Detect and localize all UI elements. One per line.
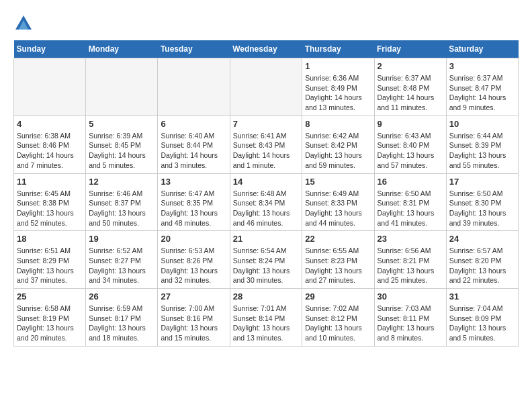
column-header-thursday: Thursday xyxy=(302,40,374,58)
day-number: 16 xyxy=(378,177,443,187)
day-cell: 11Sunrise: 6:45 AM Sunset: 8:38 PM Dayli… xyxy=(14,173,86,231)
week-row-3: 11Sunrise: 6:45 AM Sunset: 8:38 PM Dayli… xyxy=(14,173,519,231)
day-cell: 22Sunrise: 6:55 AM Sunset: 8:23 PM Dayli… xyxy=(302,231,374,289)
week-row-4: 18Sunrise: 6:51 AM Sunset: 8:29 PM Dayli… xyxy=(14,231,519,289)
day-cell: 26Sunrise: 6:59 AM Sunset: 8:17 PM Dayli… xyxy=(86,289,158,347)
day-cell: 3Sunrise: 6:37 AM Sunset: 8:47 PM Daylig… xyxy=(446,58,518,116)
day-number: 5 xyxy=(89,119,154,129)
day-info: Sunrise: 6:54 AM Sunset: 8:24 PM Dayligh… xyxy=(233,246,300,285)
day-number: 7 xyxy=(233,119,300,129)
day-number: 23 xyxy=(378,234,443,244)
day-cell: 7Sunrise: 6:41 AM Sunset: 8:43 PM Daylig… xyxy=(230,116,302,173)
day-info: Sunrise: 6:39 AM Sunset: 8:45 PM Dayligh… xyxy=(89,131,154,171)
day-number: 11 xyxy=(17,177,83,187)
day-info: Sunrise: 6:56 AM Sunset: 8:21 PM Dayligh… xyxy=(378,246,443,285)
day-number: 4 xyxy=(17,119,83,129)
day-cell: 25Sunrise: 6:58 AM Sunset: 8:19 PM Dayli… xyxy=(14,289,86,347)
day-info: Sunrise: 6:50 AM Sunset: 8:31 PM Dayligh… xyxy=(378,189,443,228)
day-cell: 4Sunrise: 6:38 AM Sunset: 8:46 PM Daylig… xyxy=(14,116,86,173)
day-cell: 12Sunrise: 6:46 AM Sunset: 8:37 PM Dayli… xyxy=(86,173,158,231)
day-number: 2 xyxy=(378,61,443,71)
day-number: 6 xyxy=(161,119,226,129)
day-number: 1 xyxy=(305,61,371,71)
day-cell: 29Sunrise: 7:02 AM Sunset: 8:12 PM Dayli… xyxy=(302,289,374,347)
day-info: Sunrise: 6:58 AM Sunset: 8:19 PM Dayligh… xyxy=(17,304,83,343)
day-cell: 23Sunrise: 6:56 AM Sunset: 8:21 PM Dayli… xyxy=(374,231,446,289)
day-cell: 17Sunrise: 6:50 AM Sunset: 8:30 PM Dayli… xyxy=(446,173,518,231)
day-cell: 15Sunrise: 6:49 AM Sunset: 8:33 PM Dayli… xyxy=(302,173,374,231)
day-cell: 31Sunrise: 7:04 AM Sunset: 8:09 PM Dayli… xyxy=(446,289,518,347)
day-number: 14 xyxy=(233,177,300,187)
day-cell: 13Sunrise: 6:47 AM Sunset: 8:35 PM Dayli… xyxy=(158,173,230,231)
day-cell: 21Sunrise: 6:54 AM Sunset: 8:24 PM Dayli… xyxy=(230,231,302,289)
day-info: Sunrise: 6:46 AM Sunset: 8:37 PM Dayligh… xyxy=(89,189,154,228)
day-number: 10 xyxy=(449,119,515,129)
day-number: 25 xyxy=(17,291,83,302)
day-number: 26 xyxy=(89,291,154,302)
day-cell: 16Sunrise: 6:50 AM Sunset: 8:31 PM Dayli… xyxy=(374,173,446,231)
day-number: 21 xyxy=(233,234,300,244)
day-info: Sunrise: 6:48 AM Sunset: 8:34 PM Dayligh… xyxy=(233,189,300,228)
day-info: Sunrise: 6:50 AM Sunset: 8:30 PM Dayligh… xyxy=(449,189,515,228)
day-info: Sunrise: 6:53 AM Sunset: 8:26 PM Dayligh… xyxy=(161,246,226,285)
day-cell: 6Sunrise: 6:40 AM Sunset: 8:44 PM Daylig… xyxy=(158,116,230,173)
day-cell xyxy=(86,58,158,116)
day-cell: 30Sunrise: 7:03 AM Sunset: 8:11 PM Dayli… xyxy=(374,289,446,347)
day-number: 13 xyxy=(161,177,226,187)
day-info: Sunrise: 6:36 AM Sunset: 8:49 PM Dayligh… xyxy=(305,73,371,113)
column-header-tuesday: Tuesday xyxy=(158,40,230,58)
day-info: Sunrise: 6:41 AM Sunset: 8:43 PM Dayligh… xyxy=(233,131,300,171)
day-info: Sunrise: 6:47 AM Sunset: 8:35 PM Dayligh… xyxy=(161,189,226,228)
day-info: Sunrise: 6:51 AM Sunset: 8:29 PM Dayligh… xyxy=(17,246,83,285)
day-number: 9 xyxy=(378,119,443,129)
day-number: 20 xyxy=(161,234,226,244)
day-info: Sunrise: 6:37 AM Sunset: 8:48 PM Dayligh… xyxy=(378,73,443,113)
day-info: Sunrise: 7:02 AM Sunset: 8:12 PM Dayligh… xyxy=(305,304,371,343)
day-cell: 8Sunrise: 6:42 AM Sunset: 8:42 PM Daylig… xyxy=(302,116,374,173)
day-info: Sunrise: 6:40 AM Sunset: 8:44 PM Dayligh… xyxy=(161,131,226,171)
week-row-1: 1Sunrise: 6:36 AM Sunset: 8:49 PM Daylig… xyxy=(14,58,519,116)
day-number: 17 xyxy=(449,177,515,187)
day-info: Sunrise: 7:01 AM Sunset: 8:14 PM Dayligh… xyxy=(233,304,300,343)
day-info: Sunrise: 6:38 AM Sunset: 8:46 PM Dayligh… xyxy=(17,131,83,171)
day-info: Sunrise: 7:04 AM Sunset: 8:09 PM Dayligh… xyxy=(449,304,515,343)
logo-icon xyxy=(13,13,34,34)
header xyxy=(13,13,519,34)
column-header-saturday: Saturday xyxy=(446,40,518,58)
day-number: 28 xyxy=(233,291,300,302)
day-cell xyxy=(230,58,302,116)
day-cell: 10Sunrise: 6:44 AM Sunset: 8:39 PM Dayli… xyxy=(446,116,518,173)
day-number: 24 xyxy=(449,234,515,244)
week-row-5: 25Sunrise: 6:58 AM Sunset: 8:19 PM Dayli… xyxy=(14,289,519,347)
logo xyxy=(13,13,36,34)
day-cell: 27Sunrise: 7:00 AM Sunset: 8:16 PM Dayli… xyxy=(158,289,230,347)
header-row: SundayMondayTuesdayWednesdayThursdayFrid… xyxy=(14,40,519,58)
day-cell: 28Sunrise: 7:01 AM Sunset: 8:14 PM Dayli… xyxy=(230,289,302,347)
day-info: Sunrise: 6:45 AM Sunset: 8:38 PM Dayligh… xyxy=(17,189,83,228)
day-number: 8 xyxy=(305,119,371,129)
day-cell: 9Sunrise: 6:43 AM Sunset: 8:40 PM Daylig… xyxy=(374,116,446,173)
column-header-wednesday: Wednesday xyxy=(230,40,302,58)
day-cell: 1Sunrise: 6:36 AM Sunset: 8:49 PM Daylig… xyxy=(302,58,374,116)
column-header-monday: Monday xyxy=(86,40,158,58)
day-number: 22 xyxy=(305,234,371,244)
column-header-friday: Friday xyxy=(374,40,446,58)
day-cell xyxy=(158,58,230,116)
column-header-sunday: Sunday xyxy=(14,40,86,58)
day-cell xyxy=(14,58,86,116)
day-cell: 24Sunrise: 6:57 AM Sunset: 8:20 PM Dayli… xyxy=(446,231,518,289)
day-info: Sunrise: 7:00 AM Sunset: 8:16 PM Dayligh… xyxy=(161,304,226,343)
day-info: Sunrise: 7:03 AM Sunset: 8:11 PM Dayligh… xyxy=(378,304,443,343)
day-number: 19 xyxy=(89,234,154,244)
day-cell: 19Sunrise: 6:52 AM Sunset: 8:27 PM Dayli… xyxy=(86,231,158,289)
day-info: Sunrise: 6:44 AM Sunset: 8:39 PM Dayligh… xyxy=(449,131,515,171)
day-number: 15 xyxy=(305,177,371,187)
day-number: 27 xyxy=(161,291,226,302)
day-number: 18 xyxy=(17,234,83,244)
day-number: 3 xyxy=(449,61,515,71)
day-number: 12 xyxy=(89,177,154,187)
day-info: Sunrise: 6:59 AM Sunset: 8:17 PM Dayligh… xyxy=(89,304,154,343)
day-info: Sunrise: 6:42 AM Sunset: 8:42 PM Dayligh… xyxy=(305,131,371,171)
day-cell: 14Sunrise: 6:48 AM Sunset: 8:34 PM Dayli… xyxy=(230,173,302,231)
day-info: Sunrise: 6:55 AM Sunset: 8:23 PM Dayligh… xyxy=(305,246,371,285)
